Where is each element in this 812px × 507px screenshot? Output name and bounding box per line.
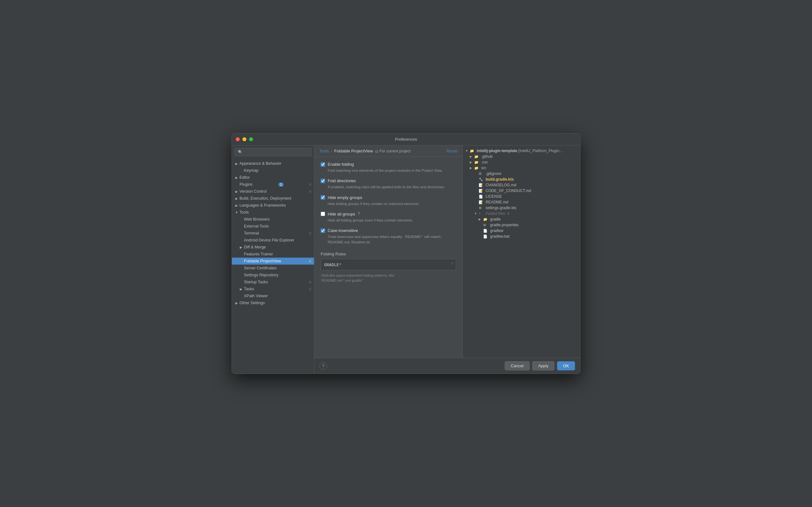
sidebar-item-tasks[interactable]: ▶ Tasks ⎘ [232, 285, 314, 292]
file-name: .gitignore [486, 171, 577, 176]
sidebar-item-build-execution-deployment[interactable]: ▶ Build, Execution, Deployment [232, 195, 314, 202]
file-tree-root[interactable]: ▼ 📁 intellij-plugin-template [IntelliJ_P… [463, 148, 580, 154]
sidebar-item-tools[interactable]: ▼ Tools [232, 209, 314, 216]
close-button[interactable] [236, 137, 240, 141]
sidebar-item-label: Keymap [244, 168, 258, 173]
sidebar-item-android-device-file-explorer[interactable]: ▶ Android Device File Explorer [232, 237, 314, 244]
help-button[interactable]: ? [319, 362, 327, 370]
sidebar-item-foldable-projectview[interactable]: ▶ Foldable ProjectView ⎘ [232, 258, 314, 265]
file-tree-src[interactable]: ▶ 📁 src [463, 165, 580, 171]
case-insensitive-checkbox[interactable] [321, 228, 325, 233]
sidebar-item-diff-merge[interactable]: ▶ Diff & Merge [232, 244, 314, 250]
arrow-expanded-icon: ▼ [474, 212, 478, 215]
ok-button[interactable]: OK [557, 361, 575, 371]
file-name: gradle.properties [490, 223, 577, 227]
plugins-badge: 1 [278, 182, 284, 187]
enable-folding-checkbox[interactable] [321, 162, 325, 167]
arrow-icon: ▶ [470, 155, 474, 158]
copy-icon: ⎘ [309, 287, 311, 291]
sidebar-tree: ▶ Appearance & Behavior ▶ Keymap ▶ Edito… [232, 159, 314, 374]
setting-label: Hide all groups [328, 212, 355, 216]
file-tree-folded-files[interactable]: ▼ ✦ Folded files: 4 [463, 211, 580, 216]
arrow-icon: ▶ [235, 203, 239, 208]
main-content: ▶ Appearance & Behavior ▶ Keymap ▶ Edito… [232, 146, 580, 374]
arrow-icon: ▶ [235, 196, 239, 201]
sidebar-item-appearance-behavior[interactable]: ▶ Appearance & Behavior [232, 160, 314, 167]
hide-empty-groups-checkbox[interactable] [321, 195, 325, 200]
breadcrumb-bar: Tools › Foldable ProjectView 🗂 For curre… [314, 146, 462, 157]
sidebar-item-xpath-viewer[interactable]: ▶ XPath Viewer [232, 292, 314, 299]
copy-icon: ⎘ [309, 259, 311, 263]
file-tree-gitignore[interactable]: ▶ ⚙ .gitignore [463, 171, 580, 176]
sidebar-item-label: Settings Repository [244, 273, 278, 277]
file-tree-gradle-dir[interactable]: ▶ 📁 gradle [463, 216, 580, 222]
file-tree-license[interactable]: ▶ 📄 LICENSE [463, 193, 580, 199]
apply-button[interactable]: Apply [532, 361, 555, 371]
setting-label: Case-insensitive [328, 228, 358, 233]
folder-icon: 📁 [474, 160, 480, 164]
sidebar-item-label: Terminal [244, 231, 259, 235]
arrow-icon: ▶ [235, 301, 239, 305]
sidebar-item-label: Features Trainer [244, 252, 273, 257]
sidebar-item-label: Startup Tasks [244, 280, 268, 284]
setting-header: Fold directories [321, 178, 456, 183]
sidebar-item-startup-tasks[interactable]: ▶ Startup Tasks ⎘ [232, 279, 314, 285]
dialog-title: Preferences [395, 137, 417, 142]
file-tree-readme[interactable]: ▶ 📝 README.md [463, 199, 580, 205]
file-tree-code-of-conduct[interactable]: ▶ 📝 CODE_OF_CONDUCT.md [463, 188, 580, 193]
expand-icon[interactable]: ⤢ [451, 261, 454, 265]
sidebar-item-plugins[interactable]: ▶ Plugins 1 ⎘ [232, 181, 314, 188]
breadcrumb-separator: › [331, 149, 332, 153]
folding-input-wrapper: ⤢ [321, 259, 456, 270]
file-name: README.md [486, 200, 577, 205]
file-tree-changelog[interactable]: ▶ 📝 CHANGELOG.md [463, 182, 580, 188]
file-tree-gradlew[interactable]: ▶ 📄 gradlew [463, 228, 580, 233]
arrow-icon: ▶ [235, 161, 239, 166]
folder-icon: 📁 [474, 154, 480, 159]
minimize-button[interactable] [242, 137, 247, 141]
folder-icon: 📁 [483, 217, 489, 222]
file-icon: 📄 [478, 194, 484, 199]
cancel-button[interactable]: Cancel [505, 361, 529, 371]
folder-icon: 📁 [470, 149, 475, 153]
setting-description: Hide all folding groups even if they con… [321, 218, 456, 223]
file-tree-build-gradle-kts[interactable]: ▶ 🔧 build.gradle.kts [463, 176, 580, 182]
arrow-icon: ▶ [235, 175, 239, 180]
file-tree-gradlew-bat[interactable]: ▶ 📄 gradlew.bat [463, 233, 580, 239]
arrow-expanded-icon: ▼ [465, 149, 470, 153]
file-tree-settings-gradle-kts[interactable]: ▶ ⚙ settings.gradle.kts [463, 205, 580, 211]
setting-header: Enable folding [321, 162, 456, 167]
sidebar-item-languages-frameworks[interactable]: ▶ Languages & Frameworks [232, 202, 314, 209]
sidebar-item-web-browsers[interactable]: ▶ Web Browsers [232, 216, 314, 223]
arrow-icon: ▶ [478, 218, 483, 221]
sidebar-item-label: External Tools [244, 224, 269, 228]
hide-all-groups-checkbox[interactable] [321, 212, 325, 216]
file-name: gradle [490, 217, 577, 222]
sidebar-item-version-control[interactable]: ▶ Version Control ⎘ [232, 188, 314, 195]
sidebar-item-keymap[interactable]: ▶ Keymap [232, 167, 314, 174]
sidebar-item-label: Tasks [244, 287, 254, 291]
folding-rules-input[interactable] [324, 263, 446, 268]
sidebar-item-editor[interactable]: ▶ Editor [232, 174, 314, 181]
sidebar-item-terminal[interactable]: ▶ Terminal ⎘ [232, 230, 314, 237]
file-name: .github [481, 154, 577, 159]
file-name: CODE_OF_CONDUCT.md [486, 188, 577, 193]
sidebar-item-features-trainer[interactable]: ▶ Features Trainer [232, 250, 314, 258]
sidebar-item-other-settings[interactable]: ▶ Other Settings [232, 299, 314, 306]
sidebar-item-server-certificates[interactable]: ▶ Server Certificates [232, 265, 314, 272]
maximize-button[interactable] [249, 137, 253, 141]
help-icon[interactable]: ? [358, 212, 360, 216]
for-current-project[interactable]: 🗂 For current project [375, 149, 411, 153]
file-tree-run[interactable]: ▶ 📁 .run [463, 159, 580, 165]
breadcrumb-parent-link[interactable]: Tools [319, 149, 329, 153]
file-tree-gradle-properties[interactable]: ▶ ⚙ gradle.properties [463, 222, 580, 228]
setting-label: Fold directories [328, 178, 356, 183]
folded-icon: ✦ [478, 211, 484, 216]
reset-button[interactable]: Reset [447, 149, 457, 153]
search-input[interactable] [235, 148, 311, 156]
file-tree-github[interactable]: ▶ 📁 .github [463, 154, 580, 159]
sidebar-item-settings-repository[interactable]: ▶ Settings Repository [232, 272, 314, 279]
fold-directories-checkbox[interactable] [321, 179, 325, 183]
sidebar-item-label: Diff & Merge [244, 245, 266, 249]
sidebar-item-external-tools[interactable]: ▶ External Tools [232, 223, 314, 230]
